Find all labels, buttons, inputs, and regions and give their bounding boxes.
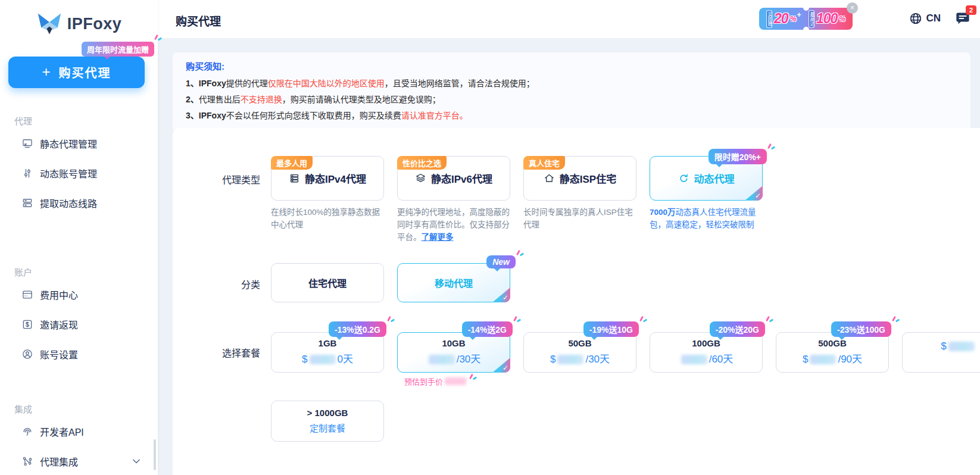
proxy-type-column: 最多人用静态IPv4代理在线时长100%的独享静态数据中心代理 xyxy=(271,156,384,244)
discount-badge: -14%送2G xyxy=(462,321,513,337)
sidebar-item-label: 代理集成 xyxy=(40,454,78,468)
sidebar-item-label: 开发者API xyxy=(40,424,84,439)
package-size: 500GB xyxy=(776,338,888,348)
package-card-1GB[interactable]: 1GB$0天 xyxy=(271,332,384,373)
proxy-type-label: 代理类型 xyxy=(173,156,271,244)
close-icon[interactable]: × xyxy=(847,2,858,14)
censored-price-blob xyxy=(310,355,336,364)
custom-package-row: > 1000GB 定制套餐 xyxy=(271,401,384,442)
sidebar-item-提取动态线路[interactable]: 提取动态线路 xyxy=(0,188,158,218)
package-card-500GB[interactable]: 500GB$/90天 xyxy=(776,332,889,373)
logo[interactable]: IPFoxy xyxy=(0,10,158,38)
category-card-住宅代理[interactable]: 住宅代理 xyxy=(271,263,384,302)
proxy-type-title: 静态IPv4代理 xyxy=(305,171,366,186)
server-rack-icon xyxy=(289,173,300,184)
currency-symbol: $ xyxy=(941,340,946,352)
proxy-type-card-静态IPv4代理[interactable]: 最多人用静态IPv4代理 xyxy=(271,156,384,201)
sidebar-item-代理集成[interactable]: 代理集成 xyxy=(0,446,158,475)
price-duration: /30天 xyxy=(457,354,481,365)
selected-check-icon: ✓ xyxy=(492,288,510,302)
promo-left-tag: 买即赠 xyxy=(766,10,772,28)
sidebar-item-费用中心[interactable]: 费用中心 xyxy=(0,280,158,310)
sparkle-icon xyxy=(765,316,773,324)
price-duration: 0天 xyxy=(338,354,353,365)
sidebar-item-label: 动态账号管理 xyxy=(40,166,97,180)
package-card-partial[interactable]: $ xyxy=(902,332,980,373)
package-size: 10GB xyxy=(398,338,510,348)
sidebar: IPFoxy 周年限时流量加赠 + 购买代理 代理静态代理管理动态账号管理提取动… xyxy=(0,0,158,475)
proxy-type-card-动态代理[interactable]: 限时赠20%+动态代理✓ xyxy=(650,156,763,201)
sidebar-item-label: 邀请返现 xyxy=(40,317,78,332)
discount-badge: -19%送10G xyxy=(583,321,639,337)
refresh-icon xyxy=(678,173,689,184)
package-price: $ xyxy=(903,340,980,352)
sidebar-item-开发者API[interactable]: 开发者API xyxy=(0,417,158,446)
package-row: 选择套餐 -13%送0.2G1GB$0天-14%送2G10GB/30天✓预估到手… xyxy=(173,321,980,373)
proxy-type-description: 在线时长100%的独享静态数据中心代理 xyxy=(271,207,384,232)
package-card-10GB[interactable]: 10GB/30天✓ xyxy=(397,332,510,373)
new-badge: New xyxy=(486,255,516,268)
chevron-down-icon xyxy=(130,455,142,467)
package-size: 100GB xyxy=(650,338,762,348)
discount-badge: -13%送0.2G xyxy=(329,321,386,337)
sidebar-item-静态代理管理[interactable]: 静态代理管理 xyxy=(0,129,158,158)
package-column: $ xyxy=(902,321,980,373)
category-row: 分类 住宅代理移动代理New✓ xyxy=(173,263,510,302)
promo-ticket-banner[interactable]: 买即赠 20 % + 最高达 100 % × xyxy=(759,8,853,30)
promo-left-value: 20 xyxy=(774,11,788,27)
sidebar-section: 集成开发者API代理集成 xyxy=(0,402,158,475)
sidebar-scrollbar[interactable] xyxy=(154,439,156,470)
proxy-type-column: 性价比之选静态IPv6代理更纯净的代理地址，高度隐蔽的同时享有高性价比。仅支持部… xyxy=(397,156,510,244)
proxy-type-card-静态IPv6代理[interactable]: 性价比之选静态IPv6代理 xyxy=(397,156,510,201)
page-title: 购买代理 xyxy=(176,12,221,29)
sidebar-item-动态账号管理[interactable]: 动态账号管理 xyxy=(0,158,158,188)
package-column: -23%送100G500GB$/90天 xyxy=(776,321,889,373)
sidebar-item-账号设置[interactable]: 账号设置 xyxy=(0,339,158,369)
package-card-50GB[interactable]: 50GB$/30天 xyxy=(523,332,636,373)
sparkle-icon xyxy=(516,250,523,258)
package-column: -13%送0.2G1GB$0天 xyxy=(271,321,384,373)
discount-badge: -23%送100G xyxy=(831,321,891,337)
package-label: 选择套餐 xyxy=(173,321,271,373)
sidebar-item-label: 静态代理管理 xyxy=(40,136,97,151)
proxy-type-column: 真人住宅静态ISP住宅长时间专属独享的真人ISP住宅代理 xyxy=(523,156,636,244)
sidebar-item-label: 账号设置 xyxy=(40,347,78,361)
proxy-type-title: 动态代理 xyxy=(694,171,735,186)
billing-card-icon xyxy=(21,289,33,301)
package-price: $/30天 xyxy=(524,351,636,365)
censored-price-blob xyxy=(948,342,975,351)
purchase-panel: 代理类型 最多人用静态IPv4代理在线时长100%的独享静态数据中心代理性价比之… xyxy=(173,128,980,475)
learn-more-link[interactable]: 了解更多 xyxy=(422,233,454,242)
censored-price-blob xyxy=(557,355,583,364)
custom-package-label: 定制套餐 xyxy=(271,421,383,434)
proxy-type-card-静态ISP住宅[interactable]: 真人住宅静态ISP住宅 xyxy=(523,156,636,201)
censored-price-blob xyxy=(810,355,836,364)
selected-check-icon: ✓ xyxy=(745,186,763,201)
custom-package-card[interactable]: > 1000GB 定制套餐 xyxy=(271,401,384,442)
category-card-移动代理[interactable]: 移动代理New✓ xyxy=(397,263,510,302)
promo-ticket-left: 买即赠 20 % + xyxy=(763,10,805,28)
sidebar-nav: 代理静态代理管理动态账号管理提取动态线路账户费用中心邀请返现账号设置集成开发者A… xyxy=(0,114,158,475)
package-card-100GB[interactable]: 100GB/60天 xyxy=(650,332,763,373)
plus-icon: + xyxy=(42,64,51,80)
language-selector[interactable]: CN xyxy=(909,12,941,25)
package-size: 50GB xyxy=(524,338,636,348)
package-price: $0天 xyxy=(271,351,383,365)
price-duration: /30天 xyxy=(585,354,610,365)
category-label: 分类 xyxy=(173,263,271,302)
currency-symbol: $ xyxy=(803,354,808,365)
sparkle-icon xyxy=(639,316,647,324)
globe-icon xyxy=(909,12,922,25)
header: 购买代理 买即赠 20 % + 最高达 100 % × CN 2 xyxy=(158,0,980,38)
package-price: $/90天 xyxy=(776,351,888,365)
custom-package-size: > 1000GB xyxy=(271,408,383,418)
language-code: CN xyxy=(926,12,941,24)
estimated-price-note: 预估到手价 xyxy=(404,376,474,387)
buy-proxy-button[interactable]: + 购买代理 xyxy=(8,57,145,88)
chat-button[interactable]: 2 xyxy=(954,10,972,27)
sidebar-item-邀请返现[interactable]: 邀请返现 xyxy=(0,310,158,339)
proxy-type-description: 长时间专属独享的真人ISP住宅代理 xyxy=(523,207,636,232)
notice-line: 1、IPFoxy提供的代理仅限在中国大陆以外的地区使用，且受当地网络监管，请合法… xyxy=(186,76,957,92)
sparkle-icon xyxy=(469,374,476,382)
integration-icon xyxy=(21,455,33,467)
